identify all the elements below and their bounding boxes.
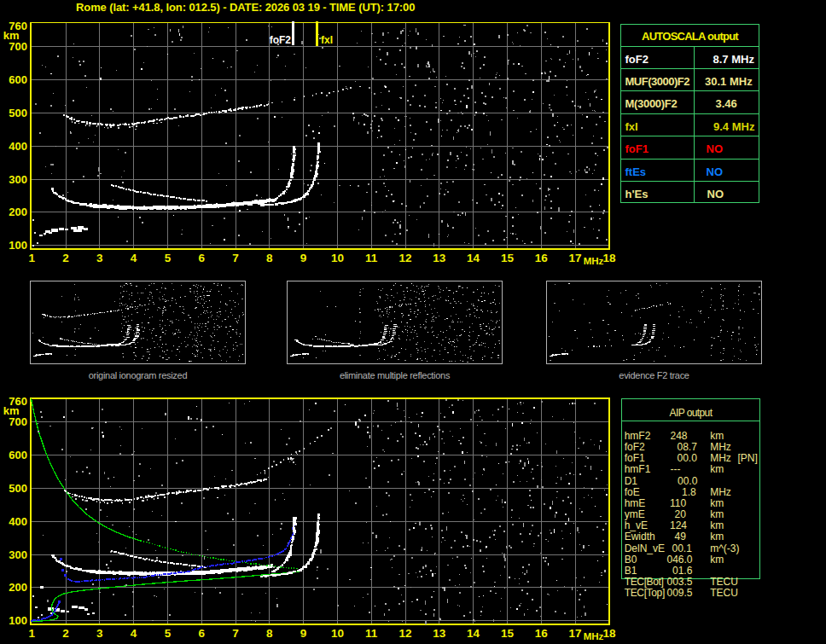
svg-text:MHz: MHz <box>584 256 604 266</box>
svg-text:14: 14 <box>467 252 480 264</box>
svg-text:500: 500 <box>9 482 27 495</box>
svg-text:4: 4 <box>131 252 137 264</box>
svg-text:200: 200 <box>9 206 27 218</box>
svg-text:10: 10 <box>331 252 344 264</box>
svg-text:400: 400 <box>9 515 27 528</box>
svg-text:9: 9 <box>300 627 307 640</box>
svg-text:13: 13 <box>433 627 446 640</box>
svg-text:17: 17 <box>568 627 581 640</box>
svg-text:6: 6 <box>198 252 205 264</box>
svg-text:6: 6 <box>198 627 205 640</box>
svg-text:9: 9 <box>300 252 307 264</box>
svg-text:2: 2 <box>62 252 69 264</box>
svg-text:600: 600 <box>9 73 27 86</box>
svg-text:5: 5 <box>165 252 172 264</box>
svg-text:15: 15 <box>501 627 515 640</box>
svg-text:11: 11 <box>365 252 378 264</box>
svg-text:300: 300 <box>9 173 27 186</box>
svg-text:13: 13 <box>433 252 446 264</box>
svg-text:500: 500 <box>9 107 27 119</box>
svg-text:16: 16 <box>535 627 549 640</box>
svg-text:400: 400 <box>9 140 27 153</box>
svg-text:1: 1 <box>28 627 35 640</box>
svg-text:fxI: fxI <box>321 34 333 46</box>
svg-text:100: 100 <box>9 614 27 627</box>
svg-text:17: 17 <box>568 252 581 264</box>
svg-text:3: 3 <box>96 627 103 640</box>
svg-text:10: 10 <box>331 627 344 640</box>
svg-text:14: 14 <box>467 627 480 640</box>
svg-text:5: 5 <box>165 627 172 640</box>
svg-text:7: 7 <box>232 627 239 640</box>
svg-text:8: 8 <box>266 252 273 264</box>
svg-text:300: 300 <box>9 548 27 561</box>
svg-text:MHz: MHz <box>584 631 604 641</box>
svg-text:1: 1 <box>28 252 35 264</box>
svg-text:11: 11 <box>365 627 378 640</box>
svg-text:700: 700 <box>9 415 27 428</box>
svg-text:2: 2 <box>62 627 69 640</box>
svg-text:700: 700 <box>9 40 27 53</box>
svg-text:12: 12 <box>398 252 411 264</box>
svg-text:7: 7 <box>232 252 239 264</box>
svg-text:3: 3 <box>96 252 103 264</box>
svg-text:100: 100 <box>9 239 27 252</box>
svg-text:8: 8 <box>266 627 273 640</box>
svg-text:200: 200 <box>9 581 27 594</box>
svg-text:600: 600 <box>9 449 27 461</box>
svg-text:18: 18 <box>602 627 616 640</box>
svg-text:4: 4 <box>131 627 137 640</box>
svg-text:18: 18 <box>602 252 616 264</box>
svg-text:15: 15 <box>501 252 515 264</box>
svg-text:foF2: foF2 <box>270 34 292 46</box>
svg-text:12: 12 <box>398 627 411 640</box>
svg-text:16: 16 <box>535 252 549 264</box>
